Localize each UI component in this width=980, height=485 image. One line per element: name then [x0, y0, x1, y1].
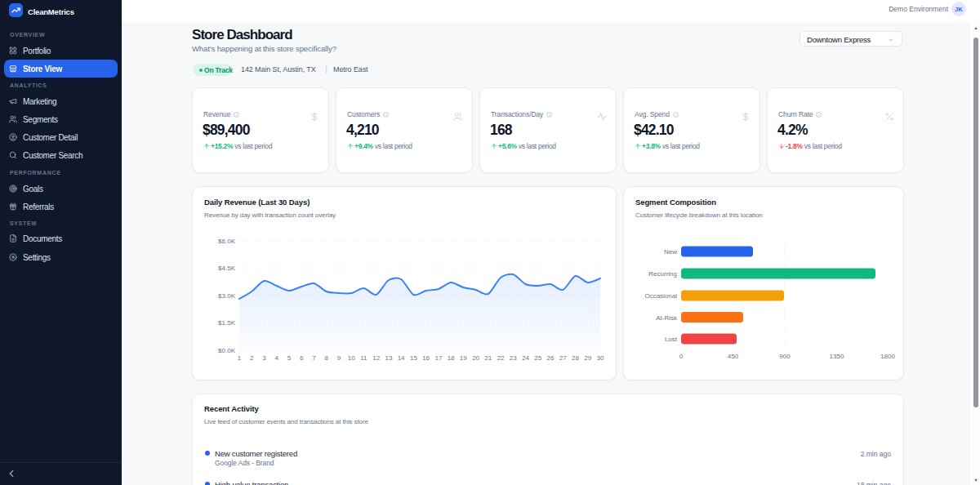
svg-text:6: 6 [300, 354, 304, 362]
svg-text:30: 30 [597, 354, 604, 362]
svg-text:20: 20 [472, 354, 479, 362]
svg-text:9: 9 [337, 354, 341, 362]
svg-text:Occasional: Occasional [644, 292, 677, 300]
svg-text:5: 5 [287, 354, 292, 362]
svg-text:$1.5K: $1.5K [218, 319, 236, 327]
svg-text:27: 27 [559, 354, 567, 362]
svg-text:3: 3 [262, 354, 266, 362]
svg-text:Recurring: Recurring [648, 270, 677, 278]
svg-text:4: 4 [274, 354, 278, 362]
svg-text:$4.5K: $4.5K [218, 265, 236, 272]
svg-text:26: 26 [547, 354, 555, 362]
svg-text:Lost: Lost [665, 336, 678, 343]
svg-text:17: 17 [434, 354, 442, 362]
svg-text:14: 14 [398, 354, 405, 362]
svg-text:24: 24 [522, 354, 529, 362]
svg-text:$3.0K: $3.0K [218, 292, 236, 300]
svg-text:$0.0K: $0.0K [218, 347, 236, 354]
svg-text:28: 28 [572, 354, 579, 362]
svg-text:21: 21 [484, 354, 492, 362]
svg-text:13: 13 [385, 354, 392, 362]
svg-text:7: 7 [312, 354, 316, 362]
svg-text:At-Risk: At-Risk [656, 314, 678, 322]
svg-text:12: 12 [372, 354, 380, 362]
svg-text:2: 2 [250, 354, 254, 362]
svg-text:1800: 1800 [880, 353, 895, 360]
svg-text:450: 450 [728, 353, 739, 360]
svg-text:8: 8 [324, 354, 328, 362]
svg-text:19: 19 [460, 354, 467, 362]
svg-text:$6.0K: $6.0K [218, 238, 236, 245]
svg-text:10: 10 [348, 354, 355, 362]
svg-text:1: 1 [238, 354, 242, 362]
svg-text:1350: 1350 [830, 353, 844, 360]
svg-text:23: 23 [510, 354, 517, 362]
svg-text:0: 0 [679, 353, 684, 360]
svg-text:18: 18 [448, 354, 455, 362]
svg-text:11: 11 [360, 354, 368, 362]
svg-text:22: 22 [497, 354, 505, 362]
svg-text:29: 29 [584, 354, 591, 362]
svg-text:New: New [664, 248, 677, 256]
svg-text:15: 15 [410, 354, 417, 362]
svg-text:25: 25 [534, 354, 541, 362]
svg-text:900: 900 [779, 353, 791, 360]
svg-text:16: 16 [422, 354, 430, 362]
